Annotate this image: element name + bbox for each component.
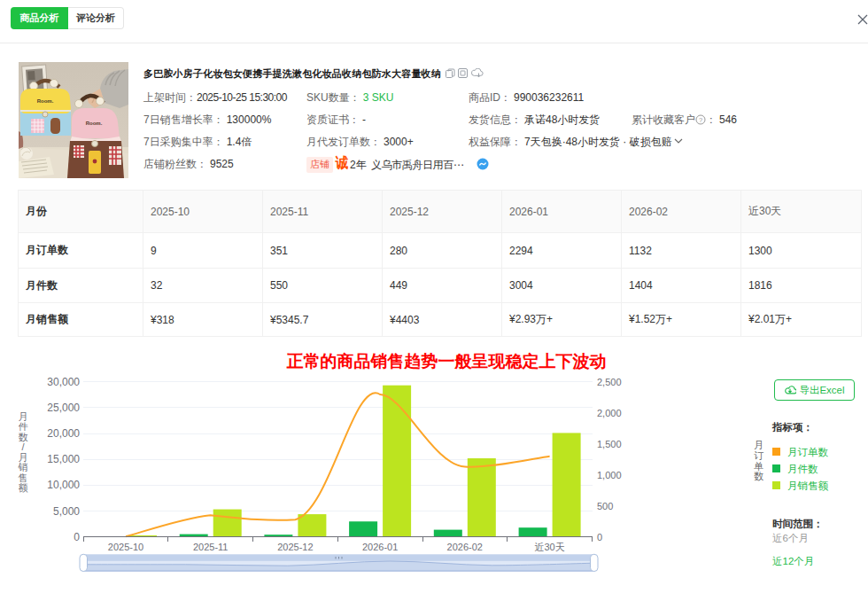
svg-text:2,500: 2,500 (597, 377, 622, 387)
svg-text:2025-10: 2025-10 (108, 542, 143, 552)
svg-text:500: 500 (597, 501, 613, 511)
svg-text:0: 0 (597, 532, 602, 542)
svg-text:/: / (21, 441, 25, 452)
svg-text:1,000: 1,000 (597, 470, 622, 480)
svg-text:2025-12: 2025-12 (277, 542, 313, 552)
svg-text:2026-01: 2026-01 (362, 542, 398, 552)
svg-text:15,000: 15,000 (47, 453, 80, 465)
svg-text:10,000: 10,000 (47, 479, 80, 491)
svg-text:月: 月 (19, 411, 28, 422)
svg-text:?: ? (699, 116, 702, 124)
svg-text:2,000: 2,000 (597, 408, 622, 418)
svg-text:0: 0 (74, 531, 80, 543)
svg-text:售: 售 (18, 472, 28, 483)
svg-text:Room.: Room. (37, 98, 54, 104)
svg-text:30,000: 30,000 (47, 376, 80, 388)
svg-text:额: 额 (19, 482, 28, 493)
svg-text:近30天: 近30天 (534, 542, 564, 552)
svg-text:数: 数 (19, 432, 28, 442)
svg-text:2026-02: 2026-02 (447, 542, 483, 552)
svg-text:25,000: 25,000 (47, 402, 80, 414)
svg-text:5,000: 5,000 (53, 505, 80, 518)
svg-text:月: 月 (19, 452, 28, 463)
svg-text:20,000: 20,000 (47, 427, 80, 440)
svg-text:1,500: 1,500 (597, 439, 622, 449)
svg-text:件: 件 (19, 421, 28, 432)
svg-text:Room.: Room. (86, 121, 103, 126)
svg-text:销: 销 (18, 462, 28, 472)
svg-text:2025-11: 2025-11 (193, 542, 229, 552)
